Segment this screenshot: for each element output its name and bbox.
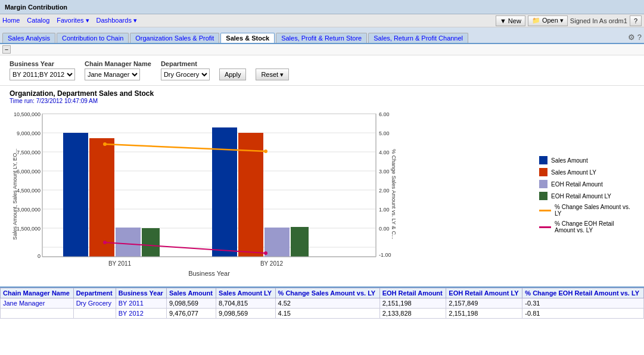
svg-point-30 — [103, 241, 107, 244]
svg-text:-1.00: -1.00 — [379, 252, 391, 258]
legend-sales-amount: Sales Amount — [539, 156, 634, 164]
td-eoh-0: 2,151,198 — [379, 298, 446, 309]
svg-text:0.00: 0.00 — [379, 226, 390, 232]
help-icon[interactable]: ? — [637, 33, 642, 42]
bar-by2011-sales — [63, 133, 88, 257]
svg-text:6.00: 6.00 — [379, 111, 390, 117]
td-eoh-ly-1: 2,151,198 — [446, 309, 522, 319]
tab-actions: ⚙ ? — [628, 33, 642, 43]
legend-eoh-retail-ly: EOH Retail Amount LY — [539, 192, 634, 200]
legend-eoh-retail-ly-color — [539, 192, 547, 200]
legend-sales-amount-color — [539, 156, 547, 164]
legend-pct-eoh: % Change EOH Retail Amount vs. LY — [539, 220, 634, 233]
tab-sales-return-channel[interactable]: Sales, Return & Profit Channel — [368, 33, 468, 43]
th-eoh-retail-ly: EOH Retail Amount LY — [446, 288, 522, 298]
td-chain-manager-1 — [1, 309, 74, 319]
th-eoh-retail: EOH Retail Amount — [379, 288, 446, 298]
settings-icon[interactable]: ⚙ — [628, 33, 635, 42]
svg-point-29 — [264, 150, 267, 153]
tab-sales-analysis[interactable]: Sales Analysis — [2, 33, 55, 43]
svg-text:3.00: 3.00 — [379, 169, 390, 175]
help-button[interactable]: ? — [630, 15, 642, 26]
svg-text:9,000,000: 9,000,000 — [17, 130, 41, 136]
business-year-select[interactable]: BY 2011;BY 2012 BY 2011 BY 2012 — [10, 68, 75, 80]
svg-text:BY 2011: BY 2011 — [108, 260, 132, 267]
th-chain-manager: Chain Manager Name — [1, 288, 74, 298]
legend-eoh-retail: EOH Retail Amount — [539, 180, 634, 188]
collapse-button[interactable]: − — [2, 45, 11, 54]
nav-favorites[interactable]: Favorites ▾ — [57, 17, 89, 24]
chart-area: Sales Amount, Sales Amount LY, EO... % C… — [0, 105, 644, 284]
tabs: Sales Analysis Contribution to Chain Org… — [2, 33, 468, 43]
nav-dashboards[interactable]: Dashboards ▾ — [97, 17, 137, 24]
svg-text:7,500,000: 7,500,000 — [17, 150, 41, 155]
results-table: Chain Manager Name Department Business Y… — [0, 288, 644, 319]
bar-by2011-eoh — [116, 228, 141, 257]
td-sales-ly-0: 8,704,815 — [216, 298, 275, 309]
new-button[interactable]: ▼ New — [496, 15, 525, 26]
legend-pct-sales-label: % Change Sales Amount vs. LY — [555, 204, 634, 217]
td-chain-manager-0[interactable]: Jane Manager — [1, 298, 74, 309]
svg-text:1,500,000: 1,500,000 — [17, 226, 41, 232]
apply-button[interactable]: Apply — [219, 68, 247, 80]
svg-text:1.00: 1.00 — [379, 207, 390, 213]
legend-sales-amount-ly-color — [539, 168, 547, 176]
legend-sales-amount-ly-label: Sales Amount LY — [551, 169, 596, 176]
tab-sales-stock[interactable]: Sales & Stock — [220, 33, 275, 43]
svg-text:% Change Sales Amount vs. LY &: % Change Sales Amount vs. LY & C... — [391, 149, 397, 239]
bar-by2012-eoh — [265, 228, 290, 257]
bar-by2011-sales-ly — [89, 138, 114, 257]
table-header-row: Chain Manager Name Department Business Y… — [1, 288, 644, 298]
td-pct-sales-0: 4.52 — [275, 298, 379, 309]
td-year-1[interactable]: BY 2012 — [116, 309, 166, 319]
nav-home[interactable]: Home — [2, 17, 20, 24]
th-sales-amount-ly: Sales Amount LY — [216, 288, 275, 298]
legend-pct-eoh-label: % Change EOH Retail Amount vs. LY — [555, 220, 634, 233]
table-row: BY 2012 9,476,077 9,098,569 4.15 2,133,8… — [1, 309, 644, 319]
svg-text:4.00: 4.00 — [379, 150, 390, 155]
th-pct-change-eoh: % Change EOH Retail Amount vs. LY — [522, 288, 644, 298]
tab-sales-profit-store[interactable]: Sales, Profit & Return Store — [276, 33, 367, 43]
td-sales-ly-1: 9,098,569 — [216, 309, 275, 319]
table-row: Jane Manager Dry Grocery BY 2011 9,098,5… — [1, 298, 644, 309]
chart-legend: Sales Amount Sales Amount LY EOH Retail … — [539, 108, 634, 282]
td-year-0[interactable]: BY 2011 — [116, 298, 166, 309]
tab-bar: Sales Analysis Contribution to Chain Org… — [0, 27, 644, 44]
td-eoh-ly-0: 2,157,849 — [446, 298, 522, 309]
td-pct-eoh-1: -0.81 — [522, 309, 644, 319]
legend-pct-sales-line — [539, 210, 551, 211]
td-pct-eoh-0: -0.31 — [522, 298, 644, 309]
chart-container: Sales Amount, Sales Amount LY, EO... % C… — [10, 108, 532, 282]
app-title: Margin Contribution — [5, 4, 67, 11]
legend-eoh-retail-label: EOH Retail Amount — [551, 181, 603, 188]
tab-org-sales-profit[interactable]: Organization Sales & Profit — [130, 33, 219, 43]
open-button[interactable]: 📁 Open ▾ — [528, 15, 568, 26]
svg-point-31 — [264, 251, 267, 255]
svg-text:3,000,000: 3,000,000 — [17, 207, 41, 213]
report-title: Organization, Department Sales and Stock — [10, 89, 634, 98]
tab-contribution-chain[interactable]: Contribution to Chain — [57, 33, 129, 43]
business-year-filter: Business Year BY 2011;BY 2012 BY 2011 BY… — [10, 60, 75, 80]
reset-button[interactable]: Reset ▾ — [256, 68, 289, 80]
chart-svg: Sales Amount, Sales Amount LY, EO... % C… — [10, 108, 397, 281]
legend-sales-amount-label: Sales Amount — [551, 157, 588, 164]
data-table: Chain Manager Name Department Business Y… — [0, 287, 644, 319]
chain-manager-select[interactable]: Jane Manager — [85, 68, 140, 80]
nav-catalog[interactable]: Catalog — [27, 17, 49, 24]
th-sales-amount: Sales Amount — [166, 288, 216, 298]
legend-sales-amount-ly: Sales Amount LY — [539, 168, 634, 176]
top-nav: Home Catalog Favorites ▾ Dashboards ▾ ▼ … — [0, 14, 644, 27]
bar-by2011-eoh-ly — [142, 228, 160, 257]
bar-by2012-sales — [212, 127, 237, 257]
nav-links: Home Catalog Favorites ▾ Dashboards ▾ — [2, 17, 137, 24]
th-pct-change-sales: % Change Sales Amount vs. LY — [275, 288, 379, 298]
legend-pct-sales: % Change Sales Amount vs. LY — [539, 204, 634, 217]
td-sales-0: 9,098,569 — [166, 298, 216, 309]
legend-eoh-retail-ly-label: EOH Retail Amount LY — [551, 193, 611, 200]
department-select[interactable]: Dry Grocery Grocery — [161, 68, 210, 80]
svg-text:2.00: 2.00 — [379, 188, 390, 194]
td-department-0[interactable]: Dry Grocery — [73, 298, 116, 309]
legend-pct-eoh-line — [539, 226, 551, 228]
svg-text:5.00: 5.00 — [379, 130, 390, 136]
svg-text:10,500,000: 10,500,000 — [14, 111, 41, 117]
